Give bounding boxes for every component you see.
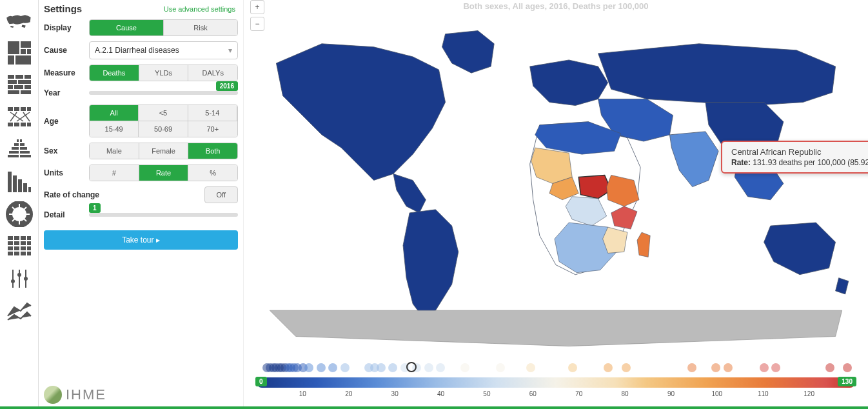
year-slider[interactable]: 2016 (89, 86, 238, 99)
units-label: Units (44, 168, 89, 177)
roc-toggle[interactable]: Off (204, 186, 238, 203)
svg-rect-57 (14, 241, 19, 245)
legend-dot (711, 363, 720, 372)
measure-deaths-button[interactable]: Deaths (90, 65, 139, 81)
svg-rect-59 (27, 241, 31, 245)
svg-rect-4 (8, 55, 14, 65)
measure-ylds-button[interactable]: YLDs (139, 65, 189, 81)
legend-tick: 60 (529, 390, 537, 397)
display-risk-button[interactable]: Risk (164, 20, 237, 35)
legend-tick: 50 (483, 390, 490, 397)
svg-rect-30 (14, 143, 19, 146)
cause-label: Cause (44, 46, 89, 55)
svg-line-23 (17, 112, 30, 121)
svg-rect-26 (21, 123, 26, 126)
svg-rect-27 (27, 123, 31, 126)
nav-map-icon[interactable] (4, 5, 35, 36)
legend-dot (377, 363, 386, 372)
tooltip-rate-label: Rate: (731, 158, 751, 167)
cause-select[interactable]: A.2.1 Diarrheal diseases (89, 41, 238, 59)
svg-rect-62 (21, 246, 26, 250)
units-num-button[interactable]: # (90, 165, 139, 181)
svg-rect-38 (8, 172, 12, 192)
svg-rect-36 (8, 155, 19, 157)
legend-tick: 80 (622, 390, 629, 397)
nav-bricks-icon[interactable] (4, 70, 35, 101)
legend-tick: 100 (712, 390, 723, 397)
svg-rect-39 (13, 175, 17, 192)
year-label: Year (44, 88, 89, 97)
svg-rect-2 (21, 49, 26, 54)
svg-rect-32 (12, 147, 19, 150)
svg-rect-60 (8, 246, 13, 250)
legend-gradient-bar[interactable]: 0 130 (257, 377, 855, 388)
svg-rect-34 (9, 151, 19, 154)
svg-rect-31 (20, 143, 25, 146)
units-rate-button[interactable]: Rate (139, 165, 189, 181)
svg-point-69 (11, 279, 15, 283)
age-all-button[interactable]: All (90, 105, 139, 121)
svg-point-71 (17, 273, 21, 277)
legend-dot (328, 363, 337, 372)
legend-dot (760, 363, 769, 372)
detail-slider[interactable]: 1 (89, 208, 238, 221)
legend-dot (460, 363, 469, 372)
legend-dot (526, 363, 535, 372)
detail-value-badge: 1 (89, 203, 101, 213)
nav-lines-icon[interactable] (4, 295, 35, 326)
age-15-49-button[interactable]: 15-49 (90, 121, 139, 137)
svg-line-20 (10, 112, 23, 121)
nav-treemap-icon[interactable] (4, 37, 35, 68)
advanced-settings-link[interactable]: Use advanced settings (164, 5, 235, 13)
age-5-14-button[interactable]: 5-14 (188, 105, 237, 121)
legend-tick: 40 (437, 390, 444, 397)
svg-rect-63 (27, 246, 31, 250)
svg-rect-55 (27, 236, 31, 240)
legend-dot (687, 363, 696, 372)
world-map[interactable] (244, 11, 868, 350)
legend-dot (340, 363, 350, 372)
legend-dot (843, 363, 852, 372)
ihme-logo[interactable]: IHME (44, 386, 106, 404)
zoom-in-button[interactable]: + (250, 0, 264, 14)
nav-pyramid-icon[interactable] (4, 134, 35, 165)
nav-steps-icon[interactable] (4, 166, 35, 197)
legend-highlight-ring (406, 362, 417, 372)
legend-tick: 10 (299, 390, 306, 397)
nav-donut-icon[interactable] (4, 199, 35, 230)
age-label: Age (44, 117, 89, 126)
sex-female-button[interactable]: Female (139, 143, 189, 159)
svg-rect-15 (21, 90, 31, 94)
tooltip-country: Central African Republic (731, 147, 868, 157)
legend-dot (604, 363, 613, 372)
legend-dot (388, 363, 397, 372)
display-cause-button[interactable]: Cause (90, 20, 164, 35)
sex-male-button[interactable]: Male (90, 143, 139, 159)
legend-max: 130 (838, 377, 856, 386)
zoom-out-button[interactable]: − (250, 17, 264, 31)
legend-min: 0 (255, 377, 267, 386)
nav-grid-icon[interactable] (4, 231, 35, 262)
svg-rect-10 (18, 80, 31, 84)
map-title: Both sexes, All ages, 2016, Deaths per 1… (244, 0, 868, 11)
age-50-69-button[interactable]: 50-69 (139, 121, 188, 137)
nav-arrows-icon[interactable] (4, 102, 35, 133)
svg-rect-35 (20, 151, 30, 154)
nav-sliders-icon[interactable] (4, 263, 35, 294)
age-70-button[interactable]: 70+ (188, 121, 237, 137)
legend-dot (424, 363, 433, 372)
sex-both-button[interactable]: Both (188, 143, 237, 159)
age-lt5-button[interactable]: <5 (139, 105, 188, 121)
legend-ticks: 102030405060708090100110120 (257, 390, 855, 400)
units-pct-button[interactable]: % (188, 165, 237, 181)
legend-tick: 110 (758, 390, 769, 397)
legend-tick: 70 (575, 390, 582, 397)
svg-rect-17 (14, 107, 19, 111)
legend-dot (568, 363, 577, 372)
take-tour-button[interactable]: Take tour ▸ (44, 230, 238, 250)
measure-dalys-button[interactable]: DALYs (188, 65, 237, 81)
tooltip-rate-text: 131.93 deaths per 100,000 (85.92 — 192.5… (753, 158, 868, 167)
legend-dot (436, 363, 445, 372)
svg-rect-58 (21, 241, 26, 245)
svg-line-22 (23, 112, 30, 121)
